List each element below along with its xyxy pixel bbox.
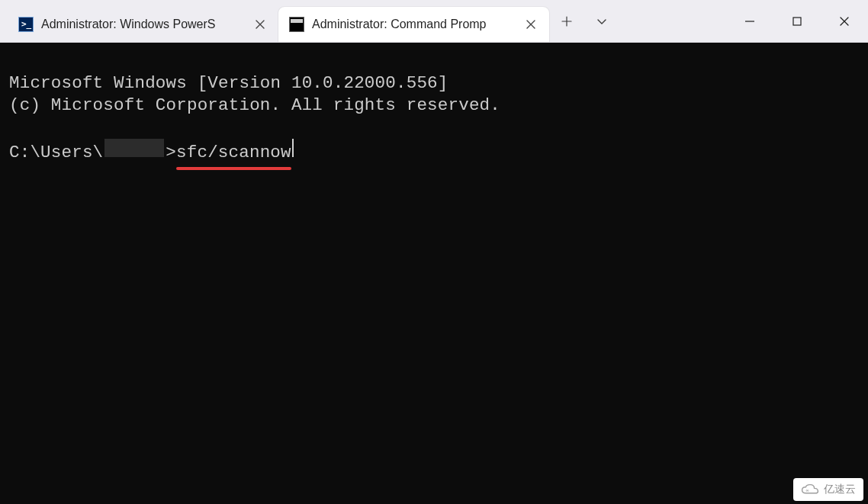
- redacted-username: [104, 139, 164, 157]
- plus-icon: [561, 16, 572, 27]
- terminal-area[interactable]: Microsoft Windows [Version 10.0.22000.55…: [0, 43, 868, 504]
- watermark: ∞ 亿速云: [793, 478, 863, 501]
- close-icon: [839, 16, 850, 27]
- prompt-suffix: >: [166, 142, 176, 164]
- tab-dropdown-button[interactable]: [584, 0, 619, 42]
- svg-text:∞: ∞: [805, 488, 809, 493]
- terminal-copyright-line: (c) Microsoft Corporation. All rights re…: [9, 95, 500, 115]
- text-cursor: [292, 139, 294, 157]
- close-icon: [256, 20, 265, 29]
- terminal-version-line: Microsoft Windows [Version 10.0.22000.55…: [9, 73, 448, 93]
- close-window-button[interactable]: [821, 0, 868, 42]
- cloud-icon: ∞: [801, 483, 819, 496]
- tab-strip: >_ Administrator: Windows PowerS Adminis…: [0, 0, 549, 42]
- window-controls: [726, 0, 868, 42]
- watermark-text: 亿速云: [824, 483, 856, 496]
- tab-powershell[interactable]: >_ Administrator: Windows PowerS: [8, 7, 278, 42]
- tab-title: Administrator: Windows PowerS: [41, 18, 242, 31]
- tab-title: Administrator: Command Promp: [312, 18, 513, 31]
- close-icon: [526, 20, 535, 29]
- maximize-icon: [792, 16, 802, 27]
- svg-rect-0: [793, 18, 801, 25]
- chevron-down-icon: [596, 16, 607, 27]
- tab-actions: [549, 0, 619, 42]
- minimize-button[interactable]: [726, 0, 773, 42]
- tab-close-button[interactable]: [249, 14, 271, 35]
- prompt-prefix: C:\Users\: [9, 142, 103, 164]
- tab-command-prompt[interactable]: Administrator: Command Promp: [278, 7, 549, 42]
- command-input: sfc/scannow: [176, 142, 291, 164]
- tab-close-button[interactable]: [520, 14, 542, 35]
- powershell-icon: >_: [18, 17, 34, 32]
- cmd-icon: [289, 17, 304, 32]
- minimize-icon: [744, 16, 755, 27]
- annotation-underline: [176, 167, 291, 170]
- window-titlebar: >_ Administrator: Windows PowerS Adminis…: [0, 0, 868, 43]
- terminal-prompt-line: C:\Users\>sfc/scannow: [9, 139, 859, 164]
- maximize-button[interactable]: [773, 0, 821, 42]
- new-tab-button[interactable]: [549, 0, 584, 42]
